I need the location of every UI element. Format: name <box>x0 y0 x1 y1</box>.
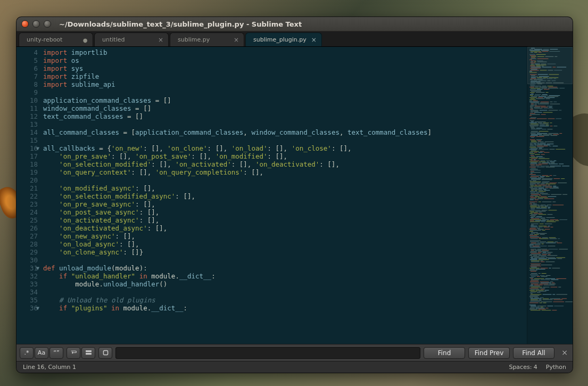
line-number[interactable]: 28 <box>16 240 38 248</box>
code-line[interactable]: if "unload_handler" in module.__dict__: <box>43 272 527 280</box>
line-number[interactable]: 30 <box>16 256 38 264</box>
line-number[interactable]: 15 <box>16 136 38 144</box>
line-number[interactable]: 23 <box>16 200 38 208</box>
find-next-button[interactable]: Find <box>424 347 465 359</box>
find-all-button[interactable]: Find All <box>513 347 554 359</box>
code-line[interactable]: 'on_post_save_async': [], <box>43 208 527 216</box>
svg-rect-1 <box>529 49 533 50</box>
line-number[interactable]: 14 <box>16 128 38 136</box>
code-line[interactable]: 'on_selection_modified_async': [], <box>43 192 527 200</box>
code-line[interactable]: if "plugins" in module.__dict__: <box>43 304 527 312</box>
line-number[interactable]: 24 <box>16 208 38 216</box>
svg-rect-53 <box>549 74 559 75</box>
line-number[interactable]: 20 <box>16 176 38 184</box>
line-number[interactable]: 34 <box>16 288 38 296</box>
code-line[interactable]: all_callbacks = {'on_new': [], 'on_clone… <box>43 144 527 152</box>
cursor-position[interactable]: Line 16, Column 1 <box>23 364 76 371</box>
close-tab-icon[interactable] <box>234 37 239 43</box>
syntax-setting[interactable]: Python <box>546 364 566 371</box>
line-number[interactable]: 7 <box>16 72 38 80</box>
line-number[interactable]: 6 <box>16 64 38 72</box>
line-number[interactable]: 16 <box>16 144 38 152</box>
code-line[interactable]: 'on_selection_modified': [], 'on_activat… <box>43 160 527 168</box>
highlight-matches-toggle[interactable] <box>98 347 112 359</box>
line-number[interactable]: 12 <box>16 112 38 120</box>
code-line[interactable] <box>43 120 527 128</box>
code-line[interactable] <box>43 256 527 264</box>
code-line[interactable] <box>43 288 527 296</box>
code-line[interactable]: module.unload_handler() <box>43 280 527 288</box>
minimap[interactable] <box>527 47 573 344</box>
regex-toggle[interactable]: .* <box>20 347 34 359</box>
in-selection-toggle[interactable] <box>81 347 95 359</box>
line-number[interactable]: 19 <box>16 168 38 176</box>
case-sensitive-toggle[interactable]: Aa <box>35 347 48 359</box>
code-line[interactable] <box>43 136 527 144</box>
code-line[interactable]: 'on_new_async': [], <box>43 232 527 240</box>
fold-icon[interactable]: ▼ <box>36 264 39 272</box>
code-line[interactable]: import importlib <box>43 48 527 56</box>
line-number[interactable]: 22 <box>16 192 38 200</box>
code-line[interactable] <box>43 88 527 96</box>
line-number[interactable]: 27 <box>16 232 38 240</box>
line-number[interactable]: 36 <box>16 304 38 312</box>
line-number[interactable]: 9 <box>16 88 38 96</box>
code-line[interactable]: window_command_classes = [] <box>43 104 527 112</box>
line-number[interactable]: 32 <box>16 272 38 280</box>
line-number[interactable]: 13 <box>16 120 38 128</box>
tab-unity-reboot[interactable]: unity-reboot <box>19 32 93 46</box>
code-line[interactable]: import sublime_api <box>43 80 527 88</box>
tab-sublime-plugin-py[interactable]: sublime_plugin.py <box>245 32 322 46</box>
tab-sublime-py[interactable]: sublime.py <box>170 32 244 46</box>
code-line[interactable]: text_command_classes = [] <box>43 112 527 120</box>
window-close-button[interactable] <box>21 20 29 28</box>
code-line[interactable]: 'on_clone_async': []} <box>43 248 527 256</box>
line-number[interactable]: 33 <box>16 280 38 288</box>
find-input[interactable] <box>115 347 420 359</box>
line-number[interactable]: 18 <box>16 160 38 168</box>
line-number[interactable]: 8 <box>16 80 38 88</box>
code-line[interactable]: 'on_modified_async': [], <box>43 184 527 192</box>
whole-word-toggle[interactable]: “” <box>49 347 63 359</box>
code-line[interactable]: 'on_activated_async': [], <box>43 216 527 224</box>
code-line[interactable] <box>43 176 527 184</box>
code-line[interactable]: 'on_deactivated_async': [], <box>43 224 527 232</box>
line-number[interactable]: 11 <box>16 104 38 112</box>
line-number[interactable]: 4 <box>16 48 38 56</box>
line-number[interactable]: 25 <box>16 216 38 224</box>
code-line[interactable]: all_command_classes = [application_comma… <box>43 128 527 136</box>
close-find-bar-button[interactable]: × <box>560 348 569 358</box>
window-minimize-button[interactable] <box>32 20 40 28</box>
code-text-area[interactable]: import importlibimport osimport sysimpor… <box>41 47 527 344</box>
code-line[interactable]: 'on_query_context': [], 'on_query_comple… <box>43 168 527 176</box>
code-line[interactable]: def unload_module(module): <box>43 264 527 272</box>
line-number-gutter[interactable]: 45678910111213141516▼1718192021222324252… <box>16 47 41 344</box>
indent-setting[interactable]: Spaces: 4 <box>509 364 537 371</box>
code-line[interactable]: # Unload the old plugins <box>43 296 527 304</box>
close-tab-icon[interactable] <box>158 37 163 43</box>
line-number[interactable]: 17 <box>16 152 38 160</box>
title-bar[interactable]: ~/Downloads/sublime_text_3/sublime_plugi… <box>16 17 573 31</box>
line-number[interactable]: 10 <box>16 96 38 104</box>
fold-icon[interactable]: ▼ <box>36 144 39 152</box>
code-line[interactable]: 'on_pre_save_async': [], <box>43 200 527 208</box>
tab-untitled[interactable]: untitled <box>94 32 169 46</box>
line-number[interactable]: 5 <box>16 56 38 64</box>
svg-rect-398 <box>531 224 539 224</box>
code-line[interactable]: 'on_pre_save': [], 'on_post_save': [], '… <box>43 152 527 160</box>
line-number[interactable]: 35 <box>16 296 38 304</box>
code-line[interactable]: application_command_classes = [] <box>43 96 527 104</box>
code-line[interactable]: 'on_load_async': [], <box>43 240 527 248</box>
line-number[interactable]: 29 <box>16 248 38 256</box>
fold-icon[interactable]: ▼ <box>36 304 39 312</box>
wrap-toggle[interactable] <box>67 347 80 359</box>
code-line[interactable]: import zipfile <box>43 72 527 80</box>
close-tab-icon[interactable] <box>311 37 317 43</box>
code-line[interactable]: import sys <box>43 64 527 72</box>
window-maximize-button[interactable] <box>44 20 51 28</box>
line-number[interactable]: 21 <box>16 184 38 192</box>
code-line[interactable]: import os <box>43 56 527 64</box>
line-number[interactable]: 26 <box>16 224 38 232</box>
line-number[interactable]: 31 <box>16 264 38 272</box>
find-prev-button[interactable]: Find Prev <box>468 347 510 359</box>
